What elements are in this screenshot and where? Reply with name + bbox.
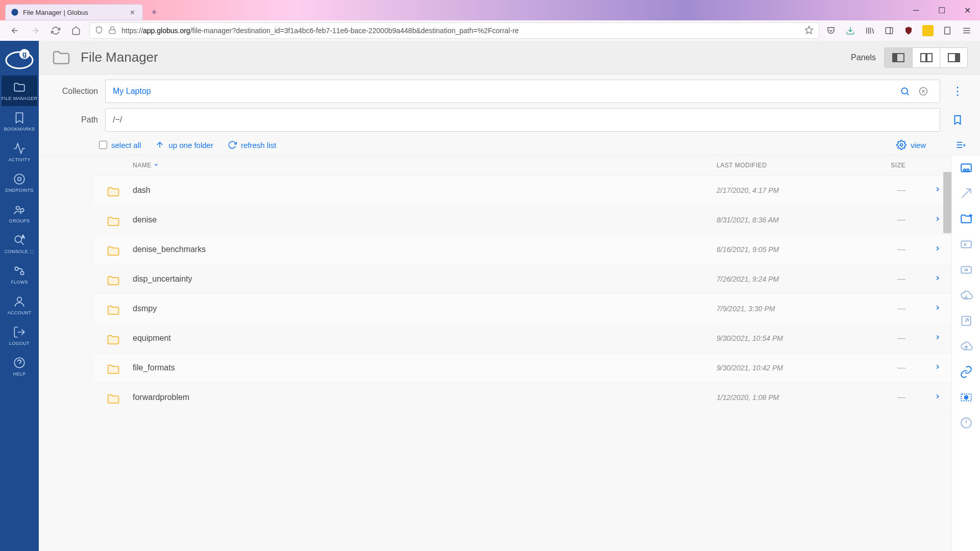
path-field[interactable]: /~/ (105, 108, 940, 132)
file-modified: 8/31/2021, 8:36 AM (717, 216, 844, 224)
rename-icon[interactable] (958, 236, 974, 253)
table-row[interactable]: disp_uncertainty7/26/2021, 9:24 PM— (94, 264, 951, 294)
delete-icon[interactable] (958, 262, 974, 278)
file-name: dash (133, 186, 717, 195)
sidebar-item-groups[interactable]: GROUPS (2, 198, 38, 229)
bookmark-path-button[interactable] (947, 114, 968, 126)
column-modified[interactable]: LAST MODIFIED (717, 162, 844, 169)
minimize-icon[interactable]: ─ (909, 3, 924, 18)
maximize-icon[interactable]: ☐ (934, 3, 949, 18)
table-row[interactable]: denise_benchmarks6/16/2021, 9:05 PM— (94, 235, 951, 264)
sidebar-item-flows[interactable]: FLOWS (2, 259, 38, 290)
svg-point-19 (15, 267, 18, 270)
sidebar-item-account[interactable]: ACCOUNT (2, 290, 38, 320)
clear-collection-icon[interactable] (914, 86, 933, 96)
sidebar-item-file-manager[interactable]: FILE MANAGER (2, 76, 38, 106)
get-link-icon[interactable] (958, 364, 974, 380)
scrollbar[interactable] (943, 172, 951, 233)
url-bar-row: https://app.globus.org/file-manager?dest… (0, 20, 980, 41)
table-row[interactable]: equipment9/30/2021, 10:54 PM— (94, 323, 951, 353)
path-label: Path (51, 115, 98, 124)
svg-rect-1 (109, 30, 115, 33)
chevron-right-icon[interactable] (905, 245, 941, 254)
panel-split-button[interactable] (912, 48, 940, 67)
forward-button[interactable] (28, 23, 42, 38)
sidebar-item-activity[interactable]: ACTIVITY (2, 137, 38, 167)
select-all-checkbox[interactable] (99, 141, 107, 149)
table-row[interactable]: dash2/17/2020, 4:17 PM— (94, 176, 951, 205)
chevron-right-icon[interactable] (905, 274, 941, 284)
folder-icon (51, 47, 71, 68)
svg-text:A: A (21, 234, 24, 239)
browser-tab[interactable]: File Manager | Globus ✕ (5, 4, 143, 20)
sidebar-item-endpoints[interactable]: ENDPOINTS (2, 167, 38, 198)
url-bar[interactable]: https://app.globus.org/file-manager?dest… (89, 22, 819, 39)
sidebar-item-help[interactable]: HELP (2, 351, 38, 382)
table-row[interactable]: file_formats9/30/2021, 10:42 PM— (94, 353, 951, 383)
column-size[interactable]: SIZE (844, 162, 905, 169)
upload-cloud-icon[interactable] (958, 338, 974, 355)
menu-icon[interactable] (961, 25, 972, 36)
folder-icon (106, 362, 120, 373)
tab-close-icon[interactable]: ✕ (128, 9, 137, 16)
file-modified: 6/16/2021, 9:05 PM (717, 245, 844, 254)
svg-rect-28 (955, 54, 960, 62)
share-icon[interactable] (958, 160, 974, 176)
table-row[interactable]: dsmpy7/9/2021, 3:30 PM— (94, 294, 951, 323)
show-hidden-icon[interactable] (958, 389, 974, 406)
ublock-icon[interactable] (903, 25, 914, 36)
extension-badge-icon[interactable] (922, 25, 934, 36)
file-modified: 1/12/2020, 1:08 PM (717, 393, 844, 402)
column-name[interactable]: NAME (133, 162, 717, 169)
chevron-right-icon[interactable] (905, 334, 941, 343)
collection-options-button[interactable]: ⋮ (947, 85, 968, 98)
download-cloud-icon[interactable] (958, 287, 974, 304)
file-list: NAME LAST MODIFIED SIZE dash2/17/2020, 4… (39, 156, 951, 551)
close-window-icon[interactable]: ✕ (960, 3, 975, 18)
open-external-icon[interactable] (958, 313, 974, 329)
chevron-right-icon[interactable] (905, 304, 941, 313)
library-icon[interactable] (864, 25, 875, 36)
sidebar-item-console-[interactable]: ACONSOLE ⬚ (2, 229, 38, 259)
view-button[interactable]: view (896, 140, 926, 150)
sidebar-item-logout[interactable]: LOGOUT (2, 320, 38, 351)
table-row[interactable]: denise8/31/2021, 8:36 AM— (94, 205, 951, 235)
chevron-right-icon[interactable] (905, 186, 941, 195)
collection-value: My Laptop (113, 87, 151, 96)
up-one-folder-button[interactable]: up one folder (155, 140, 213, 149)
chevron-right-icon[interactable] (905, 363, 941, 372)
new-folder-icon[interactable] (958, 211, 974, 227)
bookmark-star-icon[interactable] (804, 26, 814, 36)
page-header: File Manager Panels (39, 41, 980, 74)
notes-icon[interactable] (942, 25, 953, 36)
panel-single-button[interactable] (885, 48, 912, 67)
reload-button[interactable] (48, 23, 63, 38)
manage-activation-icon[interactable] (958, 415, 974, 431)
globus-logo-icon[interactable]: g (4, 45, 35, 70)
columns-toggle-button[interactable] (955, 140, 966, 150)
file-size: — (844, 304, 905, 313)
sidebar-item-bookmarks[interactable]: BOOKMARKS (2, 106, 38, 137)
svg-rect-38 (961, 164, 971, 171)
svg-rect-5 (945, 27, 950, 34)
chevron-right-icon[interactable] (905, 393, 941, 402)
refresh-list-button[interactable]: refresh list (228, 140, 276, 149)
new-tab-button[interactable]: + (147, 5, 161, 19)
file-modified: 7/9/2021, 3:30 PM (717, 305, 844, 313)
search-collection-icon[interactable] (896, 86, 914, 96)
svg-point-0 (11, 9, 18, 15)
collection-field[interactable]: My Laptop (105, 80, 940, 103)
home-button[interactable] (69, 23, 83, 38)
sidebar-toggle-icon[interactable] (884, 25, 895, 36)
chevron-right-icon[interactable] (905, 215, 941, 224)
back-button[interactable] (8, 23, 22, 38)
pocket-icon[interactable] (825, 25, 837, 36)
table-row[interactable]: forwardproblem1/12/2020, 1:08 PM— (94, 383, 951, 412)
select-all-button[interactable]: select all (99, 141, 141, 149)
collection-row: Collection My Laptop ⋮ (39, 74, 980, 106)
download-icon[interactable] (845, 25, 856, 36)
file-modified: 9/30/2021, 10:54 PM (717, 334, 844, 342)
panel-right-button[interactable] (940, 48, 967, 67)
svg-point-15 (20, 209, 23, 212)
transfer-start-icon[interactable] (958, 185, 974, 202)
